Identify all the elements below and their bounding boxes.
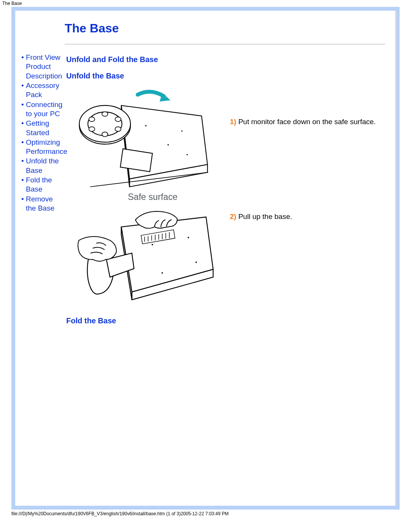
scrollbar[interactable] [395,11,397,506]
nav-connecting-pc[interactable]: •Connecting to your PC [21,100,65,119]
nav-label: Unfold the Base [26,157,59,174]
svg-point-16 [152,244,153,245]
page-title: The Base [15,11,397,44]
nav-unfold-base[interactable]: •Unfold the Base [21,157,65,175]
bullet-icon: • [21,53,24,62]
window-title: The Base [2,1,22,6]
svg-point-4 [186,154,188,155]
svg-point-11 [115,117,121,121]
bullet-icon: • [21,195,24,204]
nav-label: Connecting to your PC [26,101,62,118]
nav-label: Accessory Pack [26,81,59,99]
step-row: 2) Pull up the base. [66,206,385,307]
footer-path: file:///D|/My%20Documents/dfu/190V6FB_V3… [0,510,411,516]
svg-point-17 [188,237,189,238]
sidebar-nav: •Front View Product Description •Accesso… [21,53,65,213]
nav-remove-base[interactable]: •Remove the Base [21,195,65,213]
bullet-icon: • [21,157,24,166]
svg-point-2 [181,130,182,131]
nav-optimizing-performance[interactable]: •Optimizing Performance [21,138,65,157]
nav-label: Optimizing Performance [26,138,67,155]
step-text: Pull up the base. [236,212,292,220]
footer-text: file:///D|/My%20Documents/dfu/190V6FB_V3… [11,511,229,516]
bullet-icon: • [21,81,24,90]
svg-point-19 [196,262,197,263]
step-2-text: 2) Pull up the base. [222,206,385,221]
nav-label: Front View Product Description [26,53,62,80]
step-row: Safe surface 1) Put monitor face down on… [66,86,385,206]
step-1-text: 1) Put monitor face down on the safe sur… [222,86,385,126]
nav-label: Getting Started [26,119,49,136]
step-number: 1) [230,118,236,126]
svg-point-9 [89,117,95,121]
figure-1: Safe surface [66,86,222,206]
bullet-icon: • [21,176,24,185]
nav-fold-base[interactable]: •Fold the Base [21,176,65,194]
step-number: 2) [230,212,236,220]
content-row: •Front View Product Description •Accesso… [15,53,397,331]
nav-label: Remove the Base [26,195,54,212]
bullet-icon: • [21,138,24,147]
window-header: The Base [0,0,411,7]
section-heading: Unfold and Fold the Base [66,55,385,64]
pull-up-base-illustration [66,206,222,305]
svg-point-10 [102,112,108,116]
svg-point-18 [162,272,163,274]
page-body: The Base •Front View Product Description… [15,11,397,506]
nav-label: Fold the Base [26,176,52,193]
nav-front-view[interactable]: •Front View Product Description [21,53,65,81]
page-frame: The Base •Front View Product Description… [11,7,400,510]
bullet-icon: • [21,100,24,109]
fold-heading: Fold the Base [66,316,385,325]
svg-point-12 [115,127,121,131]
bullet-icon: • [21,119,24,128]
divider [65,44,385,45]
svg-point-13 [102,132,108,137]
figure-2 [66,206,222,307]
monitor-face-down-illustration: Safe surface [66,86,222,204]
svg-point-1 [145,125,147,126]
safe-surface-label: Safe surface [128,192,178,202]
nav-getting-started[interactable]: •Getting Started [21,119,65,137]
step-text: Put monitor face down on the safe surfac… [236,118,376,126]
nav-accessory-pack[interactable]: •Accessory Pack [21,81,65,100]
main-column: Unfold and Fold the Base Unfold the Base [65,53,385,331]
unfold-heading: Unfold the Base [66,72,385,80]
svg-point-14 [89,127,95,131]
svg-point-5 [167,144,169,145]
